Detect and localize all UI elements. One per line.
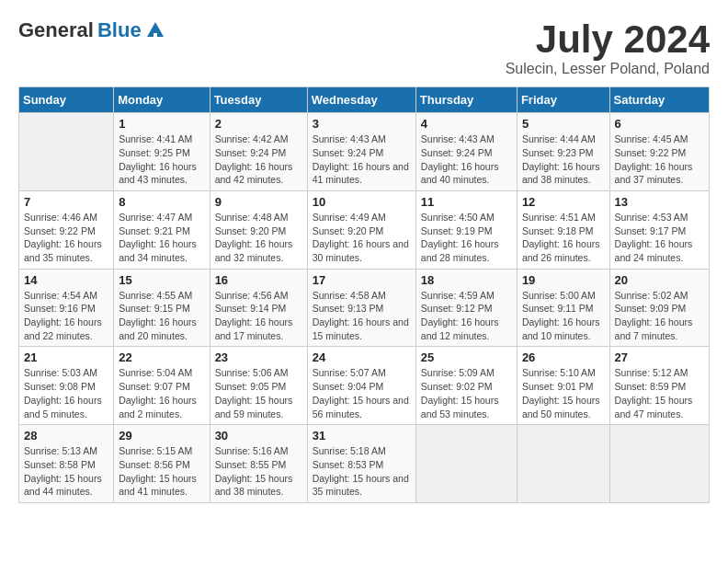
day-info: Sunrise: 4:58 AMSunset: 9:13 PMDaylight:… <box>313 289 411 343</box>
calendar-week-row: 1Sunrise: 4:41 AMSunset: 9:25 PMDaylight… <box>19 113 710 191</box>
day-info: Sunrise: 4:54 AMSunset: 9:16 PMDaylight:… <box>24 289 108 343</box>
day-info: Sunrise: 5:03 AMSunset: 9:08 PMDaylight:… <box>24 366 108 420</box>
day-number: 9 <box>215 195 302 209</box>
logo-icon <box>145 20 165 40</box>
calendar-cell: 23Sunrise: 5:06 AMSunset: 9:05 PMDayligh… <box>210 347 307 425</box>
calendar-cell <box>415 425 517 503</box>
day-info: Sunrise: 4:53 AMSunset: 9:17 PMDaylight:… <box>615 211 704 265</box>
day-info: Sunrise: 5:06 AMSunset: 9:05 PMDaylight:… <box>215 366 302 420</box>
day-number: 25 <box>421 350 512 364</box>
calendar-cell: 9Sunrise: 4:48 AMSunset: 9:20 PMDaylight… <box>210 190 307 269</box>
day-number: 21 <box>24 350 108 364</box>
calendar-cell: 15Sunrise: 4:55 AMSunset: 9:15 PMDayligh… <box>114 269 210 347</box>
day-number: 22 <box>119 350 204 364</box>
day-info: Sunrise: 4:47 AMSunset: 9:21 PMDaylight:… <box>119 211 204 265</box>
day-info: Sunrise: 5:09 AMSunset: 9:02 PMDaylight:… <box>421 366 512 420</box>
day-info: Sunrise: 4:49 AMSunset: 9:20 PMDaylight:… <box>313 211 411 265</box>
calendar-cell: 20Sunrise: 5:02 AMSunset: 9:09 PMDayligh… <box>609 269 709 347</box>
logo-general-text: General <box>18 18 94 42</box>
calendar-cell <box>19 113 114 191</box>
calendar-week-row: 28Sunrise: 5:13 AMSunset: 8:58 PMDayligh… <box>19 425 710 503</box>
day-number: 12 <box>522 195 605 209</box>
calendar-cell: 10Sunrise: 4:49 AMSunset: 9:20 PMDayligh… <box>307 190 415 269</box>
calendar-week-row: 7Sunrise: 4:46 AMSunset: 9:22 PMDaylight… <box>19 190 710 269</box>
calendar-cell: 12Sunrise: 4:51 AMSunset: 9:18 PMDayligh… <box>517 190 609 269</box>
day-info: Sunrise: 5:04 AMSunset: 9:07 PMDaylight:… <box>119 366 204 420</box>
calendar-cell: 30Sunrise: 5:16 AMSunset: 8:55 PMDayligh… <box>210 425 307 503</box>
day-number: 8 <box>119 195 204 209</box>
calendar-cell: 27Sunrise: 5:12 AMSunset: 8:59 PMDayligh… <box>609 347 709 425</box>
day-info: Sunrise: 4:56 AMSunset: 9:14 PMDaylight:… <box>215 289 302 343</box>
calendar-cell: 29Sunrise: 5:15 AMSunset: 8:56 PMDayligh… <box>114 425 210 503</box>
calendar-cell: 11Sunrise: 4:50 AMSunset: 9:19 PMDayligh… <box>415 190 517 269</box>
logo-blue-text: Blue <box>97 18 142 42</box>
calendar-cell: 1Sunrise: 4:41 AMSunset: 9:25 PMDaylight… <box>114 113 210 191</box>
day-number: 20 <box>615 273 704 287</box>
day-info: Sunrise: 4:48 AMSunset: 9:20 PMDaylight:… <box>215 211 302 265</box>
title-block: July 2024 Sulecin, Lesser Poland, Poland <box>506 18 710 77</box>
calendar-cell: 3Sunrise: 4:43 AMSunset: 9:24 PMDaylight… <box>307 113 415 191</box>
day-info: Sunrise: 5:07 AMSunset: 9:04 PMDaylight:… <box>313 366 411 420</box>
calendar-cell: 4Sunrise: 4:43 AMSunset: 9:24 PMDaylight… <box>415 113 517 191</box>
day-info: Sunrise: 5:02 AMSunset: 9:09 PMDaylight:… <box>615 289 704 343</box>
day-number: 23 <box>215 350 302 364</box>
day-info: Sunrise: 5:13 AMSunset: 8:58 PMDaylight:… <box>24 444 108 499</box>
calendar-header-row: SundayMondayTuesdayWednesdayThursdayFrid… <box>19 87 710 113</box>
day-number: 13 <box>615 195 704 209</box>
calendar-cell: 28Sunrise: 5:13 AMSunset: 8:58 PMDayligh… <box>19 425 114 503</box>
calendar-cell: 8Sunrise: 4:47 AMSunset: 9:21 PMDaylight… <box>114 190 210 269</box>
calendar-cell: 6Sunrise: 4:45 AMSunset: 9:22 PMDaylight… <box>609 113 709 191</box>
calendar-cell <box>609 425 709 503</box>
calendar-cell: 21Sunrise: 5:03 AMSunset: 9:08 PMDayligh… <box>19 347 114 425</box>
calendar-cell: 22Sunrise: 5:04 AMSunset: 9:07 PMDayligh… <box>114 347 210 425</box>
day-number: 4 <box>421 117 512 131</box>
day-number: 16 <box>215 273 302 287</box>
calendar-cell: 7Sunrise: 4:46 AMSunset: 9:22 PMDaylight… <box>19 190 114 269</box>
page-header: General Blue July 2024 Sulecin, Lesser P… <box>18 18 710 77</box>
day-number: 6 <box>615 117 704 131</box>
day-info: Sunrise: 5:12 AMSunset: 8:59 PMDaylight:… <box>615 366 704 420</box>
day-info: Sunrise: 5:18 AMSunset: 8:53 PMDaylight:… <box>313 444 411 499</box>
day-number: 11 <box>421 195 512 209</box>
day-info: Sunrise: 4:43 AMSunset: 9:24 PMDaylight:… <box>421 132 512 187</box>
day-number: 31 <box>313 429 411 442</box>
day-number: 30 <box>215 429 302 442</box>
calendar-cell: 24Sunrise: 5:07 AMSunset: 9:04 PMDayligh… <box>307 347 415 425</box>
day-number: 26 <box>522 350 605 364</box>
day-of-week-header: Tuesday <box>210 87 307 113</box>
day-of-week-header: Thursday <box>415 87 517 113</box>
day-number: 3 <box>313 117 411 131</box>
day-number: 14 <box>24 273 108 287</box>
day-info: Sunrise: 4:59 AMSunset: 9:12 PMDaylight:… <box>421 289 512 343</box>
day-number: 2 <box>215 117 302 131</box>
day-info: Sunrise: 5:10 AMSunset: 9:01 PMDaylight:… <box>522 366 605 420</box>
day-info: Sunrise: 4:46 AMSunset: 9:22 PMDaylight:… <box>24 211 108 265</box>
calendar-cell: 16Sunrise: 4:56 AMSunset: 9:14 PMDayligh… <box>210 269 307 347</box>
day-number: 15 <box>119 273 204 287</box>
day-of-week-header: Saturday <box>609 87 709 113</box>
calendar-week-row: 21Sunrise: 5:03 AMSunset: 9:08 PMDayligh… <box>19 347 710 425</box>
calendar-cell <box>517 425 609 503</box>
day-info: Sunrise: 4:42 AMSunset: 9:24 PMDaylight:… <box>215 132 302 187</box>
day-number: 18 <box>421 273 512 287</box>
calendar-cell: 14Sunrise: 4:54 AMSunset: 9:16 PMDayligh… <box>19 269 114 347</box>
calendar-cell: 18Sunrise: 4:59 AMSunset: 9:12 PMDayligh… <box>415 269 517 347</box>
day-number: 5 <box>522 117 605 131</box>
day-info: Sunrise: 4:43 AMSunset: 9:24 PMDaylight:… <box>313 132 411 187</box>
day-of-week-header: Sunday <box>19 87 114 113</box>
day-info: Sunrise: 4:50 AMSunset: 9:19 PMDaylight:… <box>421 211 512 265</box>
day-info: Sunrise: 5:00 AMSunset: 9:11 PMDaylight:… <box>522 289 605 343</box>
day-info: Sunrise: 4:44 AMSunset: 9:23 PMDaylight:… <box>522 132 605 187</box>
day-info: Sunrise: 4:45 AMSunset: 9:22 PMDaylight:… <box>615 132 704 187</box>
calendar-cell: 31Sunrise: 5:18 AMSunset: 8:53 PMDayligh… <box>307 425 415 503</box>
day-of-week-header: Wednesday <box>307 87 415 113</box>
calendar-week-row: 14Sunrise: 4:54 AMSunset: 9:16 PMDayligh… <box>19 269 710 347</box>
day-number: 19 <box>522 273 605 287</box>
calendar-cell: 13Sunrise: 4:53 AMSunset: 9:17 PMDayligh… <box>609 190 709 269</box>
day-number: 27 <box>615 350 704 364</box>
day-number: 17 <box>313 273 411 287</box>
calendar-cell: 5Sunrise: 4:44 AMSunset: 9:23 PMDaylight… <box>517 113 609 191</box>
day-number: 28 <box>24 429 108 442</box>
svg-rect-1 <box>154 33 157 37</box>
day-info: Sunrise: 5:16 AMSunset: 8:55 PMDaylight:… <box>215 444 302 499</box>
